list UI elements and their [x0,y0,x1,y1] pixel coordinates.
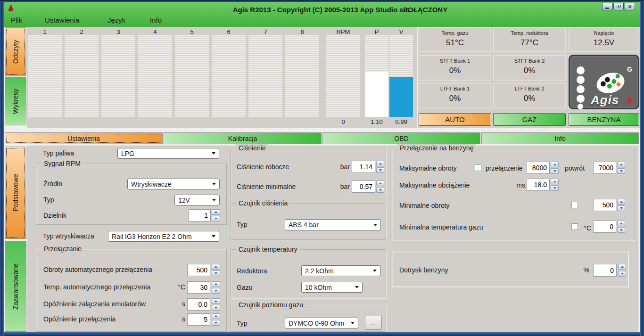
window-title: Agis R2013 - Copyright (C) 2005-2013 App… [4,6,640,14]
czujnik-cisnienia-typ-label: Typ [237,221,248,228]
tab-ustawienia-label: Ustawienia [67,135,99,142]
opoznienie-emulatorow-input[interactable] [187,298,210,311]
min-temp-input[interactable] [593,221,616,233]
auto-button[interactable]: AUTO [419,113,491,126]
spin-down-button[interactable] [212,288,220,294]
restore-button[interactable] [613,3,624,10]
spin-up-button[interactable] [376,180,384,186]
temp-auto-input[interactable] [187,281,210,294]
typ-paliwa-combo[interactable]: LPG [117,148,219,159]
min-obroty-input[interactable] [593,199,616,211]
spin-down-button[interactable] [212,305,220,311]
side-tab-zaawansowane[interactable]: Zaawansowane [5,241,26,332]
obroty-auto-input[interactable] [187,264,210,276]
gazu-combo[interactable]: 10 kOhm [301,282,363,293]
poziom-typ-label: Typ [237,320,248,327]
spin-up-button[interactable] [212,313,220,319]
tab-ustawienia[interactable]: Ustawienia [5,132,163,144]
typ-wtryskiwacza-combo[interactable]: Rail IG3 Horizon E2 2 Ohm [108,231,219,242]
menu-jezyk[interactable]: Język [107,16,125,24]
typ-rpm-label: Typ [43,196,54,204]
menu-info[interactable]: Info [150,16,162,24]
typ-rpm-value: 12V [178,197,190,204]
tab-kalibracja[interactable]: Kalibracja [164,132,322,144]
spin-up-button[interactable] [212,298,220,304]
spin-up-button[interactable] [212,281,220,287]
device-led [577,76,585,84]
cisnienie-robocze-input[interactable] [352,161,375,173]
opoznienie-przelaczenia-label: Opóźnienie przełączenia [43,315,116,323]
panel-value: 0% [494,94,565,103]
group-cisnienie: Ciśnienie Ciśnienie robocze bar Ciśnieni… [231,148,386,197]
min-temp-checkbox[interactable] [571,223,578,230]
panel-title: Temp. gazu [419,30,491,36]
powrot-spinner [617,162,625,174]
connection-status: POŁĄCZONY [403,6,447,14]
obroty-auto-spinner [212,264,220,276]
tab-info[interactable]: Info [481,132,639,144]
gauge-track [212,35,246,117]
max-obciazenie-input[interactable] [527,179,550,191]
spin-up-button[interactable] [617,199,625,205]
panel-ltft-bank1: LTFT Bank 1 0% [419,83,491,108]
gaz-button[interactable]: GAZ [493,113,566,126]
panel-stft-bank2: STFT Bank 2 0% [493,55,566,81]
dotrysk-input[interactable] [593,264,617,277]
panel-value: 51°C [419,38,491,48]
spin-down-button[interactable] [212,216,220,221]
minimize-button[interactable] [602,3,612,10]
spin-down-button[interactable] [376,187,384,193]
cisnienie-minimalne-unit: bar [336,183,350,190]
spin-down-button[interactable] [551,168,559,174]
powrot-input[interactable] [593,162,616,174]
spin-down-button[interactable] [617,205,625,211]
menu-plik[interactable]: Plik [11,16,22,24]
spin-up-button[interactable] [617,162,625,167]
max-obciazenie-label: Maksymalne obciążenie [399,181,470,189]
gauge-label-rpm: RPM [326,28,360,35]
side-tab-odczyty[interactable]: Odczyty [5,27,26,76]
menu-ustawienia[interactable]: Ustawienia [45,16,79,24]
spin-up-button[interactable] [618,264,626,270]
spin-down-button[interactable] [618,271,626,277]
group-title: Sygnał RPM [41,160,83,167]
spin-down-button[interactable] [212,320,220,326]
gauge-track-p [365,35,388,117]
spin-up-button[interactable] [212,264,220,270]
dzielnik-input[interactable] [189,209,211,221]
poziom-typ-combo[interactable]: DYMCO 0-90 Ohm [285,318,358,328]
max-obroty-input[interactable] [527,162,550,174]
side-tab-odczyty-label: Odczyty [12,40,19,64]
opoznienie-przelaczenia-input[interactable] [187,313,210,326]
side-tab-podstawowe[interactable]: Podstawowe [5,147,26,239]
spin-down-button[interactable] [617,168,625,174]
panel-stft-bank1: STFT Bank 1 0% [419,55,491,81]
reduktora-value: 2.2 kOhm [305,267,334,275]
tab-obd[interactable]: OBD [322,132,480,144]
spin-up-button[interactable] [551,179,559,184]
chevron-down-icon [212,235,215,238]
spin-up-button[interactable] [212,209,220,215]
temp-auto-unit: °C [172,283,185,291]
typ-rpm-combo[interactable]: 12V [174,195,220,205]
close-button[interactable]: ✕ [625,3,635,10]
min-obroty-checkbox[interactable] [571,202,578,208]
zrodlo-combo[interactable]: Wtryskiwacze [127,179,220,189]
spin-up-button[interactable] [617,221,625,226]
przelaczenie-checkbox[interactable] [475,164,481,171]
spin-up-button[interactable] [551,162,559,167]
spin-down-button[interactable] [551,185,559,191]
spin-up-button[interactable] [376,161,384,166]
czujnik-cisnienia-typ-combo[interactable]: ABS 4 bar [285,219,381,230]
cisnienie-minimalne-input[interactable] [352,180,375,193]
reduktora-combo[interactable]: 2.2 kOhm [301,265,380,276]
spin-down-button[interactable] [212,270,220,276]
poziom-more-button[interactable]: ... [365,316,382,330]
chevron-down-icon [212,152,215,155]
dashboard: Odczyty Wykresy 1 2 3 4 5 6 7 8 RPM P V [4,27,640,129]
side-tab-wykresy[interactable]: Wykresy [5,77,26,125]
spin-down-button[interactable] [376,167,384,173]
main-tabbar: Ustawienia Kalibracja OBD Info [4,129,640,145]
benzyna-button[interactable]: BENZYNA [569,113,639,126]
spin-down-button[interactable] [617,227,625,233]
